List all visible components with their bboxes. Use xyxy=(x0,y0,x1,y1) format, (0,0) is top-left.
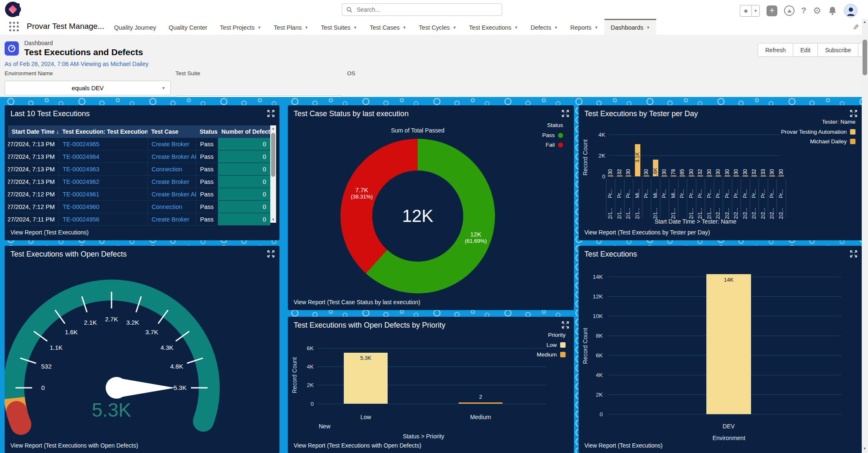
favorites-star-icon[interactable]: ★ xyxy=(740,5,751,16)
y-tick: 0 xyxy=(586,411,603,417)
column-header[interactable]: Test Execution: Test Execution Number xyxy=(58,125,147,138)
cell-test-case-link[interactable]: Create Broker API xyxy=(152,191,196,198)
edit-button[interactable]: Edit xyxy=(793,43,818,56)
tab-test-cases[interactable]: Test Cases▼ xyxy=(363,19,413,35)
bar[interactable] xyxy=(751,176,757,176)
bar[interactable] xyxy=(680,176,685,176)
tab-dashboards[interactable]: Dashboards▼ xyxy=(604,19,656,35)
bar[interactable] xyxy=(716,176,721,176)
donut-hole: 12K xyxy=(372,171,463,262)
scrollbar-thumb[interactable] xyxy=(863,40,867,75)
x-tick: DEV xyxy=(706,423,751,430)
table-scrollbar[interactable]: ▲ ▼ xyxy=(270,125,276,223)
cell-test-execution-link[interactable]: TE-00024963 xyxy=(63,166,99,173)
bar[interactable] xyxy=(617,176,622,176)
expand-icon[interactable] xyxy=(267,250,274,257)
axis-separator xyxy=(678,179,678,217)
help-icon[interactable]: ? xyxy=(801,6,806,15)
bar[interactable] xyxy=(698,176,703,176)
x-tick-date: 2/2... xyxy=(715,200,722,219)
provar-logo-icon xyxy=(5,2,20,17)
bar[interactable] xyxy=(662,176,667,176)
cell-test-execution-link[interactable]: TE-00024962 xyxy=(63,178,99,185)
gauge-tick-label: 3.7K xyxy=(145,328,158,336)
filter-environment-select[interactable]: equals DEV▼ xyxy=(5,81,171,95)
setup-gear-icon[interactable]: ⚙ xyxy=(813,5,821,16)
notifications-bell-icon[interactable] xyxy=(828,6,837,16)
bar[interactable] xyxy=(671,176,676,176)
axis-separator xyxy=(759,179,759,217)
bar[interactable] xyxy=(725,176,730,176)
cell-test-case-link[interactable]: Create Broker API xyxy=(152,153,196,160)
bar[interactable] xyxy=(761,176,766,176)
edit-pencil-icon[interactable]: ✎ xyxy=(853,23,859,32)
column-header[interactable]: Test Case xyxy=(147,125,196,138)
expand-icon[interactable] xyxy=(850,110,857,117)
tab-defects[interactable]: Defects▼ xyxy=(524,19,564,35)
expand-icon[interactable] xyxy=(562,110,569,117)
guidance-center-icon[interactable] xyxy=(784,5,794,16)
bar[interactable] xyxy=(707,176,712,176)
app-name[interactable]: Provar Test Manage... xyxy=(27,22,104,31)
view-report-link[interactable]: View Report (Test Executions) xyxy=(584,442,662,449)
app-launcher-icon[interactable] xyxy=(9,22,19,32)
bar[interactable] xyxy=(608,176,613,176)
cell-test-execution-link[interactable]: TE-00024960 xyxy=(63,204,99,210)
tab-test-projects[interactable]: Test Projects▼ xyxy=(213,19,267,35)
expand-icon[interactable] xyxy=(562,321,569,328)
column-header[interactable]: Status xyxy=(196,125,218,138)
avatar[interactable] xyxy=(844,4,858,18)
refresh-button[interactable]: Refresh xyxy=(758,43,793,56)
dashboard-actions: Refresh Edit Subscribe ▼ xyxy=(758,43,868,57)
y-axis-label: Record Count xyxy=(582,135,589,181)
search-input[interactable] xyxy=(356,6,497,13)
global-search[interactable] xyxy=(342,3,502,16)
expand-icon[interactable] xyxy=(267,110,274,117)
cell-test-execution-link[interactable]: TE-00024956 xyxy=(63,216,99,223)
tab-quality-journey[interactable]: Quality Journey xyxy=(108,19,162,35)
slice-label-pass: 12K (61.69%) xyxy=(449,231,503,244)
bar[interactable] xyxy=(779,176,784,176)
tab-test-suites[interactable]: Test Suites▼ xyxy=(315,19,363,35)
tab-quality-center[interactable]: Quality Center xyxy=(162,19,214,35)
scroll-down-icon[interactable]: ▼ xyxy=(270,218,276,221)
bar[interactable] xyxy=(769,176,775,176)
scrollbar-thumb[interactable] xyxy=(271,133,275,177)
cell-test-execution-link[interactable]: TE-00024965 xyxy=(63,141,99,148)
view-report-link[interactable]: View Report (Test Executions with Open D… xyxy=(294,442,421,449)
cell-test-case-link[interactable]: Create Broker xyxy=(152,141,189,148)
cell-test-execution-link[interactable]: TE-00024964 xyxy=(63,153,99,160)
bar-dev[interactable] xyxy=(706,274,751,414)
tab-test-plans[interactable]: Test Plans▼ xyxy=(267,19,315,35)
favorites-chevron-down-icon[interactable]: ▼ xyxy=(751,5,759,16)
bar[interactable] xyxy=(743,176,748,176)
bar[interactable] xyxy=(626,176,631,176)
global-actions-plus-icon[interactable]: + xyxy=(766,5,777,16)
tab-test-executions[interactable]: Test Executions▼ xyxy=(463,19,524,35)
expand-icon[interactable] xyxy=(850,250,857,257)
view-report-link[interactable]: View Report (Test Executions by Tester p… xyxy=(584,229,710,236)
view-report-link[interactable]: View Report (Test Case Status by last ex… xyxy=(294,299,420,305)
cell-test-case-link[interactable]: Connection xyxy=(152,204,182,210)
column-header[interactable]: Number of Defects xyxy=(218,125,270,138)
bar[interactable] xyxy=(733,176,739,176)
view-report-link[interactable]: View Report (Test Executions) xyxy=(10,229,89,236)
cell-test-execution-link[interactable]: TE-00024961 xyxy=(63,191,99,198)
cell-test-case-link[interactable]: Create Broker xyxy=(152,216,189,223)
bar-value-label: 30 xyxy=(643,158,650,175)
view-report-link[interactable]: View Report (Test Executions with Open D… xyxy=(10,442,138,449)
tab-test-cycles[interactable]: Test Cycles▼ xyxy=(413,19,463,35)
scroll-up-icon[interactable]: ▲ xyxy=(270,127,276,130)
bar[interactable] xyxy=(644,176,649,176)
chevron-down-icon: ▼ xyxy=(257,25,261,30)
page-scrollbar[interactable]: ▲ ▼ xyxy=(862,19,868,453)
bar[interactable] xyxy=(689,176,694,176)
tab-reports[interactable]: Reports▼ xyxy=(564,19,604,35)
bar-medium[interactable] xyxy=(459,402,503,404)
axis-separator xyxy=(615,179,615,217)
scroll-down-icon[interactable]: ▼ xyxy=(862,447,868,450)
cell-test-case-link[interactable]: Create Broker xyxy=(152,178,189,185)
subscribe-button[interactable]: Subscribe xyxy=(818,43,858,56)
scroll-up-icon[interactable]: ▲ xyxy=(862,20,868,24)
cell-test-case-link[interactable]: Connection xyxy=(152,166,182,173)
